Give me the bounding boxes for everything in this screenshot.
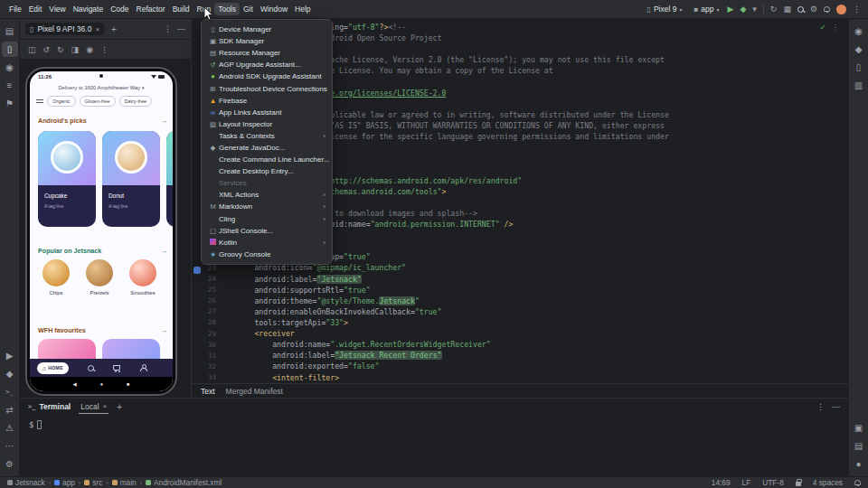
line-separator[interactable]: LF xyxy=(742,478,751,487)
screenshot-icon[interactable]: ◫ xyxy=(28,45,36,54)
indent-style[interactable]: 4 spaces xyxy=(813,478,843,487)
terminal-options-icon[interactable]: ⋮ xyxy=(816,402,825,411)
tools-menu-item-groovy-console[interactable]: ★Groovy Console xyxy=(202,249,332,260)
terminal-icon[interactable]: >_ xyxy=(2,384,18,399)
profiler-icon[interactable]: ● xyxy=(851,456,867,472)
project-icon[interactable]: ▤ xyxy=(2,23,18,39)
code-line-28[interactable]: tools:targetApi="33"> xyxy=(219,317,848,328)
menu-window[interactable]: Window xyxy=(257,3,291,15)
tools-menu-item-firebase[interactable]: ▲Firebase xyxy=(202,95,332,107)
sync-project-button-icon[interactable]: ↻ xyxy=(770,5,778,14)
breadcrumb-item-main[interactable]: main xyxy=(112,478,137,487)
tools-menu-item-xml-actions[interactable]: XML Actions› xyxy=(202,189,332,201)
menu-help[interactable]: Help xyxy=(291,3,314,15)
tools-menu-item-create-desktop-entry[interactable]: Create Desktop Entry... xyxy=(202,165,332,177)
tools-menu-item-device-manager[interactable]: ▯Device Manager xyxy=(202,23,332,35)
arrow-forward-icon[interactable]: → xyxy=(161,117,167,124)
emulator-more-icon[interactable]: ⋮ xyxy=(100,45,108,54)
running-devices-icon[interactable]: ▯ xyxy=(2,42,18,57)
tools-menu-item-app-links-assistant[interactable]: ∞App Links Assistant xyxy=(202,107,332,118)
notifications-icon[interactable]: ◉ xyxy=(851,23,867,39)
snack-card-donut[interactable]: DonutA tag line xyxy=(102,131,160,227)
tools-menu-item-cling[interactable]: Cling› xyxy=(202,213,332,225)
panel-minimize-icon[interactable]: — xyxy=(177,24,185,33)
terminal-minimize-icon[interactable]: — xyxy=(832,402,840,411)
tab-text[interactable]: Text xyxy=(201,387,215,396)
breadcrumb-item-jetsnack[interactable]: Jetsnack xyxy=(7,478,45,487)
tools-menu-item-agp-upgrade-assistant[interactable]: ↺AGP Upgrade Assistant... xyxy=(202,59,332,70)
tools-menu-item-troubleshoot-device-connections[interactable]: ⊞Troubleshoot Device Connections xyxy=(202,82,332,94)
arrow-forward-icon[interactable]: → xyxy=(161,248,167,254)
snack-card-peek[interactable] xyxy=(166,131,173,227)
inspections-widget[interactable]: ✓ ⋮ xyxy=(819,23,839,32)
delivery-address[interactable]: Delivery to 1600 Amphitheater Way ▾ xyxy=(30,82,173,92)
tools-menu-item-tasks-and-contexts[interactable]: Tasks & Contexts› xyxy=(202,130,332,142)
terminal-tab-local[interactable]: Local × xyxy=(79,400,108,414)
code-line-25[interactable]: android:supportsRtl="true" xyxy=(219,285,848,296)
device-explorer-icon[interactable]: ▥ xyxy=(851,78,867,93)
filter-icon[interactable] xyxy=(36,99,43,105)
power-icon[interactable]: ◉ xyxy=(86,45,93,54)
emulator-tab[interactable]: ▯ Pixel 9 API 36.0 × xyxy=(25,23,104,35)
logcat-icon[interactable]: ▤ xyxy=(851,438,867,454)
menu-view[interactable]: View xyxy=(45,3,69,15)
tools-menu-item-kotlin[interactable]: Kotlin› xyxy=(202,237,332,249)
menu-file[interactable]: File xyxy=(5,3,25,15)
tab-merged-manifest[interactable]: Merged Manifest xyxy=(226,387,283,396)
settings-icon[interactable]: ⚙ xyxy=(2,456,18,472)
more-toolbar-icon[interactable]: ⋮ xyxy=(853,5,861,14)
code-line-26[interactable]: android:theme="@style/Theme.Jetsnack" xyxy=(219,296,848,306)
nav-profile-icon[interactable] xyxy=(139,364,146,371)
code-line-32[interactable]: android:exported="false" xyxy=(219,361,848,371)
breadcrumb-item-src[interactable]: src xyxy=(84,478,102,487)
tools-menu-item-android-sdk-upgrade-assistant[interactable]: ●Android SDK Upgrade Assistant xyxy=(202,70,332,82)
code-line-30[interactable]: android:name=".widget.RecentOrdersWidget… xyxy=(219,339,848,350)
avatar[interactable] xyxy=(836,5,846,14)
code-line-33[interactable]: <intent-filter> xyxy=(219,372,848,383)
build-button-icon[interactable]: ▦ xyxy=(783,5,791,14)
chip-organic[interactable]: Organic xyxy=(47,96,76,107)
chip-gluten-free[interactable]: Gluten-free xyxy=(80,96,116,107)
menu-tools[interactable]: Tools xyxy=(214,3,240,15)
file-encoding[interactable]: UTF-8 xyxy=(762,478,784,487)
tools-menu-item-markdown[interactable]: MMarkdown› xyxy=(202,201,332,212)
more-tool-windows-icon[interactable]: ⋯ xyxy=(2,438,18,454)
debug-icon[interactable]: ◆ xyxy=(2,366,18,381)
app-quality-insights-icon[interactable]: ▣ xyxy=(851,420,867,436)
panel-options-icon[interactable]: ⋮ xyxy=(164,24,172,33)
run-icon[interactable]: ▶ xyxy=(2,348,18,363)
volume-icon[interactable]: ◨ xyxy=(71,45,80,54)
menu-build[interactable]: Build xyxy=(169,3,193,15)
code-line-27[interactable]: android:enableOnBackInvokedCallback="tru… xyxy=(219,306,848,317)
nav-search-icon[interactable] xyxy=(88,365,94,371)
code-line-31[interactable]: android:label="Jetsnack Recent Orders" xyxy=(219,350,848,361)
recents-button[interactable]: ■ xyxy=(127,381,129,387)
notifications-icon[interactable] xyxy=(824,6,830,12)
tools-menu-item-resource-manager[interactable]: ▤Resource Manager xyxy=(202,47,332,59)
commit-icon[interactable]: ◉ xyxy=(2,60,18,75)
gradle-icon[interactable]: ◆ xyxy=(851,42,867,57)
tools-menu-item-sdk-manager[interactable]: ▣SDK Manager xyxy=(202,35,332,47)
add-device-button[interactable]: + xyxy=(108,24,119,34)
structure-icon[interactable]: ≡ xyxy=(2,78,18,93)
terminal-output[interactable]: $ xyxy=(20,415,848,429)
device-manager-icon[interactable]: ▯ xyxy=(851,60,867,75)
snack-card-cupcake[interactable]: CupcakeA tag line xyxy=(38,131,96,227)
code-line-24[interactable]: android:label="Jetsnack" xyxy=(219,274,848,285)
menu-edit[interactable]: Edit xyxy=(25,3,46,15)
run-button-icon[interactable]: ▶ xyxy=(727,5,733,14)
run-options-icon[interactable]: ▾ xyxy=(752,5,757,14)
menu-refactor[interactable]: Refactor xyxy=(133,3,169,15)
home-button[interactable]: ● xyxy=(100,381,103,387)
read-only-toggle-icon[interactable] xyxy=(796,482,801,486)
popular-item-pretzels[interactable]: Pretzels xyxy=(84,259,115,308)
version-control-icon[interactable]: ⇄ xyxy=(2,402,18,418)
menu-code[interactable]: Code xyxy=(107,3,132,15)
code-line-29[interactable]: <receiver xyxy=(219,328,848,339)
tools-menu-item-generate-javadoc[interactable]: ◆Generate JavaDoc... xyxy=(202,142,332,154)
close-icon[interactable]: × xyxy=(95,25,99,33)
bookmarks-icon[interactable]: ⚑ xyxy=(2,96,18,111)
problems-icon[interactable]: ⚠ xyxy=(2,420,18,436)
back-button[interactable]: ◀ xyxy=(73,381,77,387)
arrow-forward-icon[interactable]: → xyxy=(161,327,167,333)
